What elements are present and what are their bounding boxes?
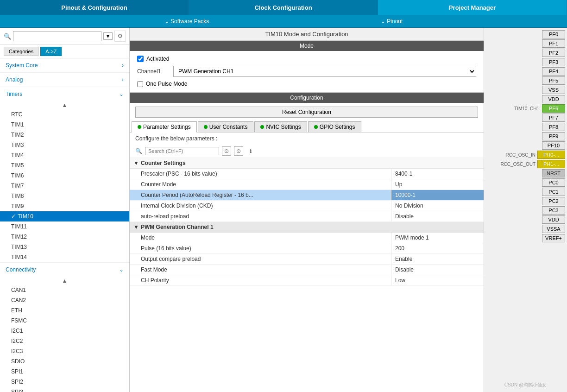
gear-button[interactable]: ⚙ [114,31,126,42]
reset-config-button[interactable]: Reset Configuration [135,107,478,118]
group-pwm-ch1[interactable]: ▼ PWM Generation Channel 1 [130,222,484,233]
sidebar-item-tim8[interactable]: TIM8 [0,191,129,201]
search-input[interactable] [13,31,101,41]
sidebar-item-i2c3[interactable]: I2C3 [0,346,129,356]
pin-btn-pf0[interactable]: PF0 [542,30,565,38]
section-header-connectivity[interactable]: Connectivity ⌄ [0,263,129,277]
filter-button-1[interactable]: ⊙ [222,146,231,156]
sidebar-item-tim7[interactable]: TIM7 [0,181,129,191]
tab-gpio-settings[interactable]: GPIO Settings [308,121,361,132]
sidebar-item-tim9[interactable]: TIM9 [0,201,129,211]
pin-btn-pf10[interactable]: PF10 [542,141,565,150]
pin-btn-pc2[interactable]: PC2 [542,197,565,205]
pin-btn-vdd[interactable]: VDD [542,95,565,103]
section-header-systemcore[interactable]: System Core › [0,58,129,72]
group-counter-settings[interactable]: ▼ Counter Settings [130,158,484,169]
sub-nav: ⌄ Software Packs ⌄ Pinout [0,15,567,28]
pin-btn-pc3[interactable]: PC3 [542,206,565,215]
tab-atoz[interactable]: A->Z [40,47,62,56]
check-icon-tim10: ✓ [11,213,16,220]
pin-btn-ph1[interactable]: PH1-... [537,160,565,168]
section-header-timers[interactable]: Timers ⌄ [0,87,129,101]
param-counter-mode[interactable]: Counter Mode Up [130,179,484,190]
one-pulse-checkbox[interactable] [137,81,143,87]
filter-input[interactable] [145,147,219,155]
pin-btn-vss[interactable]: VSS [542,86,565,94]
pin-btn-vref[interactable]: VREF+ [542,234,565,242]
sidebar-item-spi3[interactable]: SPI3 [0,387,129,392]
pin-btn-pf5[interactable]: PF5 [542,76,565,85]
dot-userconst [204,125,208,129]
search-dropdown[interactable]: ▾ [103,32,113,40]
scroll-up-connectivity[interactable]: ▲ [0,277,129,285]
sidebar-item-tim14[interactable]: TIM14 [0,252,129,262]
param-mode[interactable]: Mode PWM mode 1 [130,233,484,243]
pin-btn-pf3[interactable]: PF3 [542,58,565,66]
sidebar-item-tim13[interactable]: TIM13 [0,242,129,252]
group-label-counter: Counter Settings [141,160,186,166]
section-header-analog[interactable]: Analog › [0,73,129,87]
tab-user-constants[interactable]: User Constants [198,121,254,132]
sidebar-item-tim3[interactable]: TIM3 [0,140,129,150]
pin-btn-vssa[interactable]: VSSA [542,225,565,233]
param-value-counter-period: 10000-1 [391,190,484,200]
nav-pinout[interactable]: Pinout & Configuration [0,0,189,15]
scroll-up-timers[interactable]: ▲ [0,101,129,109]
watermark: CSDN @鸿鹄小仙女 [484,382,567,388]
sidebar-item-i2c1[interactable]: I2C1 [0,326,129,336]
pin-btn-pf6[interactable]: PF6 [542,104,565,113]
sidebar-item-tim1[interactable]: TIM1 [0,120,129,130]
sidebar-item-i2c2[interactable]: I2C2 [0,336,129,346]
pin-btn-pf8[interactable]: PF8 [542,123,565,131]
info-button[interactable]: ℹ [246,146,255,156]
nav-clock[interactable]: Clock Configuration [189,0,378,15]
sidebar-item-can2[interactable]: CAN2 [0,295,129,305]
param-name-ch-polarity: CH Polarity [130,275,391,285]
param-autoreload-preload[interactable]: auto-reload preload Disable [130,211,484,222]
sidebar-item-tim4[interactable]: TIM4 [0,150,129,160]
sidebar-item-rtc[interactable]: RTC [0,109,129,120]
sidebar-item-sdio[interactable]: SDIO [0,356,129,367]
pin-btn-nrst[interactable]: NRST [542,169,565,177]
tab-categories[interactable]: Categories [4,47,38,56]
filter-button-2[interactable]: ⊙ [234,146,243,156]
param-fast-mode[interactable]: Fast Mode Disable [130,265,484,275]
pin-btn-pc0[interactable]: PC0 [542,178,565,187]
param-output-compare[interactable]: Output compare preload Enable [130,254,484,265]
pin-btn-pf4[interactable]: PF4 [542,67,565,76]
sidebar-item-tim5[interactable]: TIM5 [0,160,129,171]
pin-btn-ph0[interactable]: PH0-... [537,151,565,159]
param-pulse[interactable]: Pulse (16 bits value) 200 [130,243,484,254]
nav-project[interactable]: Project Manager [378,0,567,15]
sidebar-item-tim2[interactable]: TIM2 [0,130,129,140]
pin-btn-pf7[interactable]: PF7 [542,114,565,122]
tab-nvic-settings[interactable]: NVIC Settings [254,121,307,132]
pin-btn-pf9[interactable]: PF9 [542,132,565,140]
sub-nav-pinout[interactable]: ⌄ Pinout [373,15,410,27]
sidebar-item-tim6[interactable]: TIM6 [0,171,129,181]
pin-row-vss: VSS [484,85,567,95]
pin-btn-pf1[interactable]: PF1 [542,39,565,48]
pin-row-ph1: RCC_OSC_OUT PH1-... [484,159,567,169]
sub-nav-software-packs[interactable]: ⌄ Software Packs [157,15,217,27]
tab-param-settings[interactable]: Parameter Settings [132,121,197,133]
sidebar-item-can1[interactable]: CAN1 [0,285,129,295]
sidebar-item-spi2[interactable]: SPI2 [0,377,129,387]
sidebar-item-tim11[interactable]: TIM11 [0,221,129,232]
chevron-down-icon-connectivity: ⌄ [119,266,124,273]
sidebar-item-fsmc[interactable]: FSMC [0,316,129,326]
pin-btn-pc1[interactable]: PC1 [542,188,565,196]
sidebar-item-spi1[interactable]: SPI1 [0,367,129,377]
activated-checkbox[interactable] [137,56,144,62]
pin-btn-pf2[interactable]: PF2 [542,49,565,57]
sidebar-item-eth[interactable]: ETH [0,305,129,316]
sidebar-item-tim12[interactable]: TIM12 [0,232,129,242]
param-value-mode: PWM mode 1 [391,233,484,243]
param-clock-division[interactable]: Internal Clock Division (CKD) No Divisio… [130,201,484,211]
param-counter-period[interactable]: Counter Period (AutoReload Register - 16… [130,190,484,201]
sidebar-item-tim10[interactable]: ✓TIM10 [0,211,129,221]
channel1-select[interactable]: PWM Generation CH1 [173,66,476,77]
pin-btn-vdd2[interactable]: VDD [542,215,565,224]
param-ch-polarity[interactable]: CH Polarity Low [130,275,484,286]
param-prescaler[interactable]: Prescaler (PSC - 16 bits value) 8400-1 [130,169,484,179]
